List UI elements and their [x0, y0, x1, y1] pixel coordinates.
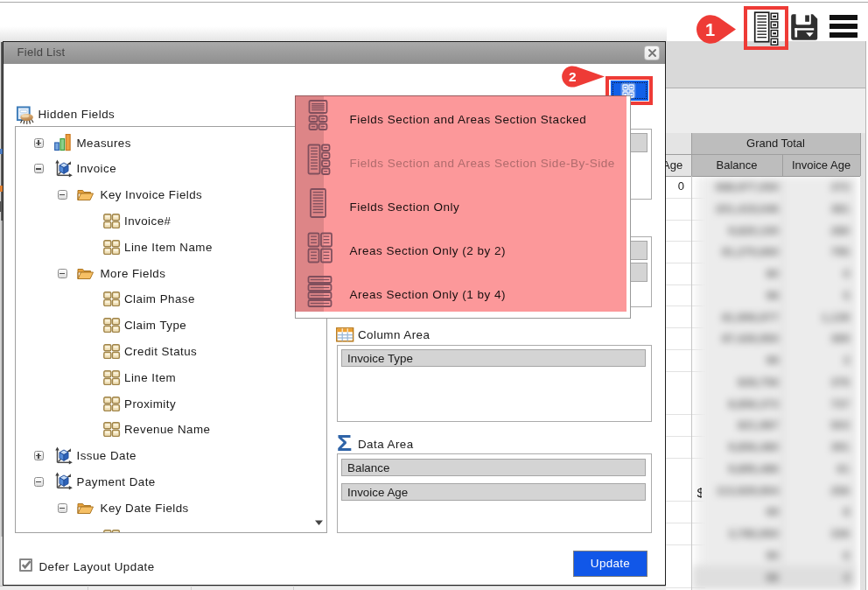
svg-text:1: 1 [705, 20, 715, 39]
svg-text:2: 2 [569, 69, 577, 84]
